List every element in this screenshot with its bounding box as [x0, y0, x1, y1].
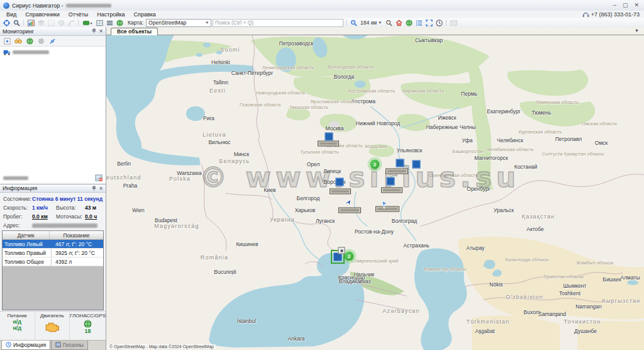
map-attribution: © OpenStreetMap - Map data ©2024 OpenStr…	[108, 344, 216, 349]
toolbar: ▾ Карта: OpenStreetMap ▼ 184 км ▼	[0, 18, 644, 28]
layers-icon[interactable]	[36, 19, 45, 26]
table-row[interactable]: Топливо Левый 467 л; t°: 20 °C	[3, 240, 103, 249]
vehicle-name-label[interactable]	[330, 189, 351, 195]
table-icon[interactable]	[95, 19, 104, 26]
power-label: Питание	[0, 313, 35, 319]
close-icon[interactable]: ✕	[634, 1, 639, 10]
close-icon[interactable]: ✕	[99, 186, 103, 191]
mileage-label: Пробег:	[3, 213, 32, 220]
table-row[interactable]: Топливо Правый 3925 л; t°: 20 °C	[3, 249, 103, 257]
vehicle-marker[interactable]	[325, 133, 333, 141]
mileage-value[interactable]: 0.0 км	[32, 213, 56, 220]
cluster-marker[interactable]: 2	[370, 160, 380, 169]
menu-directories[interactable]: Справочники	[21, 11, 64, 18]
message-icon[interactable]	[449, 19, 458, 26]
power-value-2: н/д	[0, 325, 35, 331]
vehicle-marker[interactable]	[336, 178, 344, 186]
search-objects-icon[interactable]	[12, 19, 21, 26]
menu-settings[interactable]: Настройка	[92, 11, 129, 18]
altitude-value: 43 м	[85, 205, 96, 211]
column-sensor: Датчик	[3, 231, 50, 239]
maximize-icon[interactable]: ▢	[623, 1, 628, 10]
search-input[interactable]	[213, 19, 343, 27]
polygon-icon[interactable]	[57, 19, 65, 26]
menu-help[interactable]: Справка	[130, 11, 160, 18]
window-title-blurred-object	[66, 4, 111, 8]
engine-label: Двигатель	[35, 313, 70, 319]
info-body: Состояние: Стоянка 6 минут 11 секунд Ско…	[0, 193, 106, 230]
route-icon[interactable]	[67, 19, 75, 26]
close-icon[interactable]: ✕	[99, 28, 103, 34]
chevron-down-icon: ▼	[378, 21, 382, 25]
map-track-icon[interactable]	[95, 174, 103, 182]
select-icon[interactable]	[47, 19, 55, 26]
fullscreen-icon[interactable]	[425, 19, 433, 26]
app-logo-icon	[3, 3, 9, 9]
tab-geozones-label: Геозоны	[63, 342, 84, 348]
menu-view[interactable]: Вид	[2, 11, 21, 18]
map-region: Все объекты ▼	[106, 27, 644, 350]
monitoring-title: Мониторинг	[3, 28, 34, 35]
bottom-tabbar: Информация Геозоны	[0, 340, 106, 350]
chevron-down-icon[interactable]: ▼	[635, 28, 639, 33]
connection-icon[interactable]	[48, 37, 57, 45]
map-tabstrip: Все объекты ▼	[106, 27, 644, 35]
zoom-icon[interactable]	[349, 19, 358, 26]
monitoring-toolbar	[0, 36, 106, 47]
address-value-blurred	[32, 223, 97, 228]
binoculars-icon[interactable]	[14, 37, 23, 45]
tab-information-label: Информация	[13, 342, 46, 348]
address-label: Адрес:	[3, 222, 32, 229]
map-objects-tab[interactable]: Все объекты	[111, 28, 158, 35]
tab-geozones[interactable]: Геозоны	[51, 341, 88, 350]
monitoring-tree[interactable]	[0, 47, 106, 184]
table-row[interactable]: Топливо Общее 4392 л	[3, 257, 103, 266]
globe-icon[interactable]	[25, 37, 34, 45]
power-indicator: Питание н/д н/д	[0, 312, 35, 340]
list-icon[interactable]	[105, 19, 114, 26]
pin-icon[interactable]	[92, 186, 96, 191]
search-map-icon[interactable]	[384, 19, 393, 26]
cluster-marker[interactable]: 2	[345, 252, 354, 261]
vehicle-marker[interactable]	[387, 178, 395, 186]
globe-icon[interactable]	[115, 19, 124, 26]
expand-all-icon[interactable]	[3, 37, 11, 45]
map-select[interactable]: OpenStreetMap ▼	[146, 19, 211, 27]
reports-icon[interactable]	[26, 19, 35, 26]
info-title: Информация	[3, 185, 37, 191]
speed-label: Скорость:	[3, 205, 32, 211]
color-dropdown-icon[interactable]: ▾	[81, 19, 94, 26]
map-select-label: Карта:	[128, 20, 143, 26]
hours-value[interactable]: 0.0 ч	[85, 213, 97, 220]
globe-icon[interactable]	[404, 19, 413, 26]
vehicle-marker[interactable]	[413, 161, 421, 169]
map-canvas[interactable]: © www.sirius.su © OpenStreetMap - Map da…	[106, 35, 644, 350]
pin-icon[interactable]	[92, 28, 96, 34]
vehicle-marker[interactable]	[396, 159, 404, 167]
tree-vehicle-item[interactable]	[3, 49, 49, 55]
sidebar: Мониторинг ✕	[0, 27, 106, 350]
vehicle-name-label[interactable]	[338, 208, 361, 213]
legend-icon[interactable]	[414, 19, 423, 26]
clock-tab-icon	[6, 342, 11, 347]
support-phone: +7 (863) 333-01-73	[591, 11, 640, 18]
tab-information[interactable]: Информация	[1, 341, 50, 350]
tree-selected-object-row[interactable]	[3, 174, 103, 182]
vehicle-icon	[3, 49, 11, 55]
menu-reports[interactable]: Отчёты	[64, 11, 92, 18]
vehicle-badge-marker[interactable]	[338, 247, 345, 254]
map-scale[interactable]: 184 км ▼	[359, 20, 383, 26]
vehicle-name-label[interactable]	[381, 188, 402, 193]
time-icon[interactable]	[435, 19, 443, 26]
sensor-name: Топливо Правый	[3, 249, 52, 257]
vehicle-name-label[interactable]	[318, 141, 339, 147]
minimize-icon[interactable]: –	[613, 1, 616, 10]
monitoring-icon[interactable]	[2, 19, 11, 26]
state-label: Состояние:	[3, 196, 32, 202]
altitude-label: Высота:	[56, 205, 85, 211]
headset-icon	[582, 11, 589, 18]
home-icon[interactable]	[394, 19, 403, 26]
vehicle-name-label[interactable]	[386, 169, 408, 174]
sensor-reading: 467 л; t°: 20 °C	[52, 240, 103, 248]
settings-icon[interactable]	[36, 37, 45, 45]
